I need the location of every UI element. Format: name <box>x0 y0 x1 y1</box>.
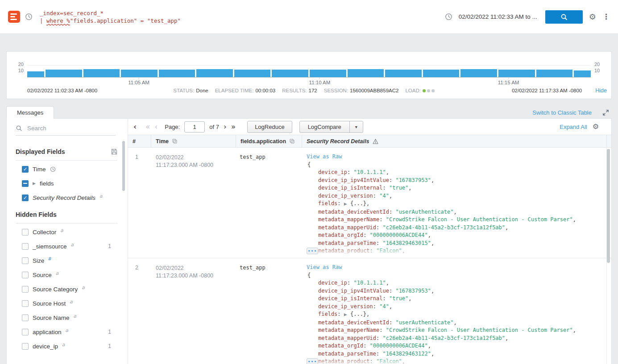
checkbox-checked[interactable]: ✓ <box>22 194 29 201</box>
displayed-field-row[interactable]: ✓Time <box>16 162 117 176</box>
time-range-selector[interactable]: 02/02/2022 11:02:33 AM to ... <box>459 13 537 20</box>
displayed-field-row[interactable]: ▶fields <box>16 176 117 190</box>
checkbox-unchecked[interactable] <box>22 329 29 335</box>
results-label: RESULTS: <box>282 88 307 93</box>
status-label: STATUS: <box>173 88 194 93</box>
json-key: metadata_orgId <box>318 343 363 349</box>
query-line-1[interactable]: _index=sec_record_* <box>40 9 181 17</box>
load-label: LOAD: <box>405 88 421 93</box>
histogram-bar[interactable] <box>272 70 308 77</box>
last-page-button[interactable]: » <box>231 123 236 131</box>
query-editor[interactable]: _index=sec_record_* | where %"fields.app… <box>40 9 181 25</box>
histogram-bar[interactable] <box>574 70 591 77</box>
hidden-field-row[interactable]: Source Categorya <box>16 282 117 296</box>
query-line-2[interactable]: | where %"fields.application" = "test_ap… <box>40 17 181 25</box>
json-value: "true" <box>389 185 408 191</box>
field-search[interactable] <box>16 124 116 136</box>
switch-to-classic-table-link[interactable]: Switch to Classic Table <box>532 109 592 116</box>
histogram-bar[interactable] <box>196 69 233 77</box>
checkbox-unchecked[interactable] <box>22 314 29 321</box>
prev-page-button[interactable]: ‹ <box>154 123 158 131</box>
displayed-field-row[interactable]: ✓Security Record Detailsa <box>16 190 117 205</box>
hidden-field-row[interactable]: applicationa1 <box>16 325 117 339</box>
hide-histogram-link[interactable]: Hide <box>595 87 607 94</box>
json-value: "167837953" <box>395 288 431 294</box>
checkbox-unchecked[interactable] <box>22 229 29 236</box>
elapsed-value: 00:00:03 <box>255 88 275 93</box>
json-line: fields: ▶ {...}, <box>307 200 606 208</box>
checkbox-indeterminate[interactable] <box>22 180 29 187</box>
column-header-application[interactable]: fields.application <box>236 135 302 147</box>
histogram-bar[interactable] <box>348 69 384 77</box>
json-expand-caret-icon[interactable]: ▶ <box>344 202 347 206</box>
tab-messages[interactable]: Messages <box>6 106 54 119</box>
expand-message-button[interactable]: ••• <box>307 248 318 254</box>
expand-message-button[interactable]: ••• <box>307 358 318 364</box>
copy-icon[interactable] <box>290 139 294 144</box>
expand-caret-icon[interactable]: ▶ <box>33 182 36 186</box>
json-value: "userAuthenticate" <box>395 209 453 215</box>
hidden-field-row[interactable]: _siemsourcea1 <box>16 239 117 253</box>
tab-messages-label: Messages <box>17 109 43 116</box>
copy-icon[interactable] <box>172 139 177 144</box>
histogram-bar[interactable] <box>423 70 460 77</box>
checkbox-unchecked[interactable] <box>22 286 29 293</box>
main-scrollbar[interactable] <box>607 149 610 263</box>
checkbox-checked[interactable]: ✓ <box>22 166 29 173</box>
histogram-bar[interactable] <box>310 70 346 77</box>
logcompare-label[interactable]: LogCompare <box>300 121 349 132</box>
histogram-bar[interactable] <box>498 70 535 77</box>
checkbox-unchecked[interactable] <box>22 257 29 264</box>
histogram-bar[interactable] <box>27 71 44 77</box>
message-rows: 102/02/202211:17:23.000 AM -0800test_app… <box>128 148 611 364</box>
histogram-bar[interactable] <box>159 70 195 77</box>
checkbox-unchecked[interactable] <box>22 343 29 350</box>
expand-diagonal-arrows-icon[interactable] <box>602 109 609 116</box>
histogram-bar[interactable] <box>536 70 573 77</box>
hidden-field-row[interactable]: device_ipa1 <box>16 339 117 353</box>
search-button[interactable] <box>545 10 583 24</box>
column-header-number[interactable]: # <box>128 135 151 147</box>
hidden-field-row[interactable]: Size# <box>16 253 117 268</box>
sumo-logic-logo-icon[interactable] <box>8 11 20 23</box>
more-options-kebab-icon[interactable]: ⋮ <box>602 13 610 21</box>
warning-icon[interactable] <box>373 139 378 144</box>
hidden-field-row[interactable]: Collectora <box>16 225 117 239</box>
page-number-input[interactable] <box>184 121 205 132</box>
histogram-bar[interactable] <box>46 70 82 77</box>
checkbox-unchecked[interactable] <box>22 243 29 250</box>
expand-all-link[interactable]: Expand All <box>560 124 587 130</box>
next-page-button[interactable]: › <box>224 123 227 131</box>
first-page-button[interactable]: « <box>145 123 150 131</box>
checkbox-unchecked[interactable] <box>22 300 29 307</box>
field-label: Source <box>33 272 52 278</box>
histogram-bar[interactable] <box>460 69 497 77</box>
logcompare-button[interactable]: LogCompare ▾ <box>299 121 363 133</box>
column-header-details[interactable]: Security Record Details <box>302 135 607 147</box>
histogram-bar[interactable] <box>385 70 422 77</box>
checkbox-unchecked[interactable] <box>22 272 29 278</box>
hidden-field-row[interactable]: Source Namea <box>16 310 117 325</box>
view-as-raw-link[interactable]: View as Raw <box>307 153 342 161</box>
field-search-input[interactable] <box>26 124 107 132</box>
collapse-sidebar-icon[interactable]: ‹ <box>133 123 137 131</box>
search-history-icon[interactable] <box>25 12 33 21</box>
search-icon <box>560 13 568 21</box>
histogram-bar[interactable] <box>234 70 271 77</box>
settings-gear-icon[interactable]: ⚙ <box>589 13 596 21</box>
save-fields-icon[interactable] <box>111 149 117 155</box>
histogram-bar[interactable] <box>121 70 158 77</box>
histogram-xticks: 11:05 AM11:10 AM11:15 AM <box>27 78 591 87</box>
logcompare-dropdown-caret-icon[interactable]: ▾ <box>349 121 363 132</box>
hidden-field-row[interactable]: Source Hosta <box>16 296 117 310</box>
field-type-badge: a <box>71 242 74 247</box>
logreduce-button[interactable]: LogReduce <box>247 121 292 133</box>
json-key: metadata_parseTime <box>318 240 376 246</box>
hidden-field-row[interactable]: Sourcea <box>16 268 117 282</box>
sidebar-scrollbar[interactable] <box>122 141 125 191</box>
table-settings-gear-icon[interactable]: ⚙ <box>593 123 599 130</box>
json-expand-caret-icon[interactable]: ▶ <box>344 312 347 317</box>
histogram-bar[interactable] <box>83 69 120 77</box>
column-header-time[interactable]: Time <box>151 135 236 147</box>
view-as-raw-link[interactable]: View as Raw <box>307 264 342 272</box>
